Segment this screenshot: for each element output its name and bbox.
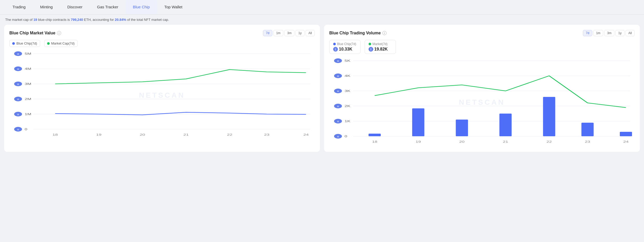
svg-text:Ξ: Ξ [17, 128, 19, 131]
trading-volume-svg: Ξ 5K Ξ 4K Ξ 3K Ξ 2K Ξ 1K Ξ [329, 58, 635, 147]
bar-18 [369, 134, 381, 136]
svg-text:Ξ: Ξ [337, 105, 339, 108]
svg-text:4K: 4K [345, 74, 351, 77]
svg-text:21: 21 [503, 140, 508, 143]
legend-blue-chip-label: Blue Chip(7d) [16, 41, 37, 45]
trading-volume-chart-header: Blue Chip Trading Volume i 7d 1m 3m 1y A… [329, 30, 635, 36]
svg-text:Ξ: Ξ [17, 98, 19, 101]
market-value-filter-1y[interactable]: 1y [295, 30, 305, 36]
svg-text:5K: 5K [345, 59, 351, 62]
svg-text:2K: 2K [345, 104, 351, 108]
subtitle-percentage: 20.84% [115, 18, 126, 22]
market-value-chart-card: Blue Chip Market Value i 7d 1m 3m 1y All… [4, 25, 320, 152]
charts-container: Blue Chip Market Value i 7d 1m 3m 1y All… [0, 25, 644, 156]
svg-text:1M: 1M [25, 113, 31, 116]
market-value-svg: Ξ 5M Ξ 4M Ξ 3M Ξ 2M Ξ 1M Ξ [9, 51, 315, 140]
vol-dot-green [369, 43, 371, 45]
subtitle-mid2: ETH, accounting for [83, 18, 115, 22]
svg-text:18: 18 [53, 133, 58, 136]
svg-text:Ξ: Ξ [337, 75, 339, 77]
market-value-filter-1m[interactable]: 1m [273, 30, 284, 36]
nav-bar: Trading Minting Discover Gas Tracker Blu… [0, 0, 644, 15]
vol-legend-market: Market(7d) Ξ 19.82K [365, 40, 396, 54]
market-value-chart-header: Blue Chip Market Value i 7d 1m 3m 1y All [9, 30, 315, 36]
svg-text:Ξ: Ξ [17, 53, 19, 55]
bar-21 [499, 114, 512, 136]
svg-text:1K: 1K [345, 120, 351, 123]
svg-text:Ξ: Ξ [337, 120, 339, 123]
market-value-filter-3m[interactable]: 3m [284, 30, 294, 36]
bar-22 [543, 97, 555, 136]
nav-item-top-wallet[interactable]: Top Wallet [157, 0, 190, 14]
bar-23 [581, 123, 594, 136]
subtitle-mid1: blue-chip contracts is [37, 18, 71, 22]
vol-dot-blue [333, 43, 336, 45]
svg-text:2M: 2M [25, 97, 31, 101]
vol-legend-market-value: Ξ 19.82K [369, 47, 392, 52]
svg-text:Ξ: Ξ [17, 68, 19, 70]
svg-text:3M: 3M [25, 82, 31, 85]
trading-volume-filter-3m[interactable]: 3m [604, 30, 614, 36]
svg-text:5M: 5M [25, 52, 31, 55]
trading-volume-time-filters: 7d 1m 3m 1y All [583, 30, 635, 36]
svg-text:Ξ: Ξ [337, 90, 339, 92]
svg-text:18: 18 [372, 140, 377, 143]
subtitle-bar: The market cap of 19 blue-chip contracts… [0, 15, 644, 25]
svg-text:21: 21 [183, 133, 189, 136]
trading-volume-info-icon[interactable]: i [382, 31, 387, 35]
trading-volume-filter-1y[interactable]: 1y [615, 30, 624, 36]
eth-icon-blue: Ξ [333, 47, 338, 52]
svg-text:24: 24 [623, 140, 629, 143]
svg-text:Ξ: Ξ [17, 83, 19, 85]
svg-text:Ξ: Ξ [17, 113, 19, 116]
svg-text:24: 24 [303, 133, 309, 136]
market-value-filter-7d[interactable]: 7d [263, 30, 272, 36]
eth-icon-green: Ξ [369, 47, 373, 52]
svg-text:22: 22 [227, 133, 233, 136]
nav-item-gas-tracker[interactable]: Gas Tracker [90, 0, 126, 14]
market-value-filter-all[interactable]: All [306, 30, 315, 36]
subtitle-count: 19 [33, 18, 37, 22]
svg-text:0: 0 [345, 135, 347, 138]
bar-19 [412, 108, 424, 136]
vol-legend-blue-chip-value: Ξ 10.33K [333, 47, 357, 52]
nav-item-discover[interactable]: Discover [60, 0, 90, 14]
market-value-title: Blue Chip Market Value i [9, 31, 61, 35]
trading-volume-filter-1m[interactable]: 1m [593, 30, 603, 36]
vol-legend-market-label: Market(7d) [369, 42, 392, 46]
nav-item-trading[interactable]: Trading [5, 0, 33, 14]
legend-blue-chip-dot [12, 42, 15, 45]
trading-volume-chart-card: Blue Chip Trading Volume i 7d 1m 3m 1y A… [324, 25, 640, 152]
svg-text:Ξ: Ξ [337, 135, 339, 138]
svg-text:23: 23 [264, 133, 269, 136]
vol-legend-blue-chip-label: Blue Chip(7d) [333, 42, 357, 46]
trading-volume-legend: Blue Chip(7d) Ξ 10.33K Market(7d) Ξ 19.8… [329, 40, 635, 54]
svg-text:3K: 3K [345, 89, 351, 92]
nav-item-blue-chip[interactable]: Blue Chip [126, 0, 157, 14]
subtitle-prefix: The market cap of [5, 18, 33, 22]
svg-text:4M: 4M [25, 67, 31, 70]
legend-market-cap-label: Market Cap(7d) [51, 41, 75, 45]
market-value-info-icon[interactable]: i [57, 31, 61, 35]
vol-legend-blue-chip: Blue Chip(7d) Ξ 10.33K [329, 40, 360, 54]
market-value-legend: Blue Chip(7d) Market Cap(7d) [9, 40, 315, 47]
trading-volume-title: Blue Chip Trading Volume i [329, 31, 387, 35]
svg-text:19: 19 [96, 133, 102, 136]
legend-market-cap-dot [47, 42, 50, 45]
svg-text:19: 19 [416, 140, 421, 143]
legend-market-cap: Market Cap(7d) [44, 40, 78, 47]
svg-text:20: 20 [140, 133, 145, 136]
svg-text:0: 0 [25, 128, 27, 131]
svg-text:Ξ: Ξ [337, 60, 339, 62]
trading-volume-chart-area: NETSCAN Ξ 5K Ξ 4K Ξ [329, 58, 635, 147]
legend-blue-chip: Blue Chip(7d) [9, 40, 40, 47]
nav-item-minting[interactable]: Minting [33, 0, 60, 14]
bar-20 [456, 120, 468, 136]
svg-text:23: 23 [585, 140, 590, 143]
trading-volume-filter-all[interactable]: All [626, 30, 635, 36]
trading-volume-filter-7d[interactable]: 7d [583, 30, 592, 36]
bar-24 [620, 132, 632, 136]
market-value-chart-area: NETSCAN Ξ 5M Ξ 4M Ξ [9, 51, 315, 140]
svg-text:22: 22 [546, 140, 552, 143]
subtitle-suffix: of the total NFT market cap. [126, 18, 169, 22]
